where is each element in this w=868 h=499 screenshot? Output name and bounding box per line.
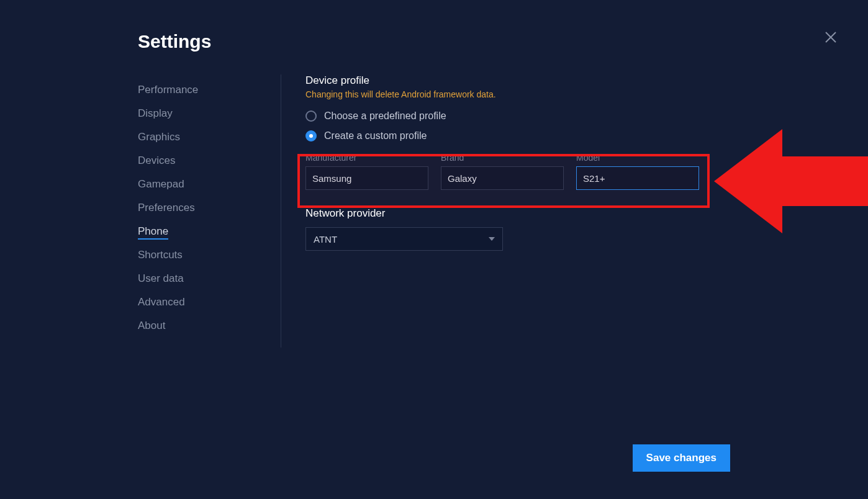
sidebar-item-label: Shortcuts — [138, 249, 183, 261]
sidebar-item-phone[interactable]: Phone — [138, 220, 262, 243]
device-profile-warning: Changing this will delete Android framew… — [305, 89, 740, 99]
sidebar-item-performance[interactable]: Performance — [138, 78, 262, 102]
field-label: Brand — [441, 153, 564, 163]
sidebar: Performance Display Graphics Devices Gam… — [138, 78, 262, 338]
page-title: Settings — [138, 31, 211, 52]
sidebar-item-preferences[interactable]: Preferences — [138, 196, 262, 220]
sidebar-item-label: About — [138, 320, 165, 331]
network-provider-select[interactable]: ATNT — [305, 227, 503, 251]
sidebar-item-gamepad[interactable]: Gamepad — [138, 173, 262, 196]
sidebar-item-label: Preferences — [138, 202, 195, 214]
sidebar-item-label: Devices — [138, 155, 175, 166]
radio-icon — [305, 130, 317, 142]
sidebar-item-display[interactable]: Display — [138, 102, 262, 125]
manufacturer-input[interactable] — [305, 166, 428, 190]
sidebar-item-about[interactable]: About — [138, 314, 262, 338]
save-changes-button[interactable]: Save changes — [633, 444, 730, 472]
sidebar-item-devices[interactable]: Devices — [138, 149, 262, 173]
sidebar-item-shortcuts[interactable]: Shortcuts — [138, 243, 262, 267]
custom-profile-fields: Manufacturer Brand Model — [305, 153, 740, 190]
field-label: Model — [576, 153, 699, 163]
sidebar-item-advanced[interactable]: Advanced — [138, 290, 262, 314]
sidebar-item-label: Display — [138, 107, 173, 119]
sidebar-item-label: Graphics — [138, 131, 180, 143]
network-provider-title: Network provider — [305, 207, 740, 220]
field-label: Manufacturer — [305, 153, 428, 163]
content-panel: Device profile Changing this will delete… — [305, 74, 740, 251]
field-brand: Brand — [441, 153, 564, 190]
radio-custom-profile[interactable]: Create a custom profile — [305, 130, 740, 142]
field-manufacturer: Manufacturer — [305, 153, 428, 190]
radio-label: Create a custom profile — [324, 130, 427, 142]
sidebar-item-graphics[interactable]: Graphics — [138, 125, 262, 149]
sidebar-item-label: Gamepad — [138, 178, 184, 190]
sidebar-item-label: Advanced — [138, 296, 185, 308]
sidebar-item-label: Performance — [138, 84, 198, 96]
close-button[interactable] — [823, 30, 838, 45]
close-icon — [823, 30, 838, 45]
vertical-divider — [281, 74, 281, 348]
sidebar-item-user-data[interactable]: User data — [138, 267, 262, 290]
model-input[interactable] — [576, 166, 699, 190]
select-value: ATNT — [314, 234, 337, 245]
radio-icon — [305, 110, 317, 122]
brand-input[interactable] — [441, 166, 564, 190]
device-profile-title: Device profile — [305, 74, 740, 87]
chevron-down-icon — [489, 237, 495, 241]
radio-predefined-profile[interactable]: Choose a predefined profile — [305, 110, 740, 122]
sidebar-item-label: Phone — [138, 225, 168, 240]
sidebar-item-label: User data — [138, 272, 184, 284]
field-model: Model — [576, 153, 699, 190]
radio-label: Choose a predefined profile — [324, 110, 446, 122]
